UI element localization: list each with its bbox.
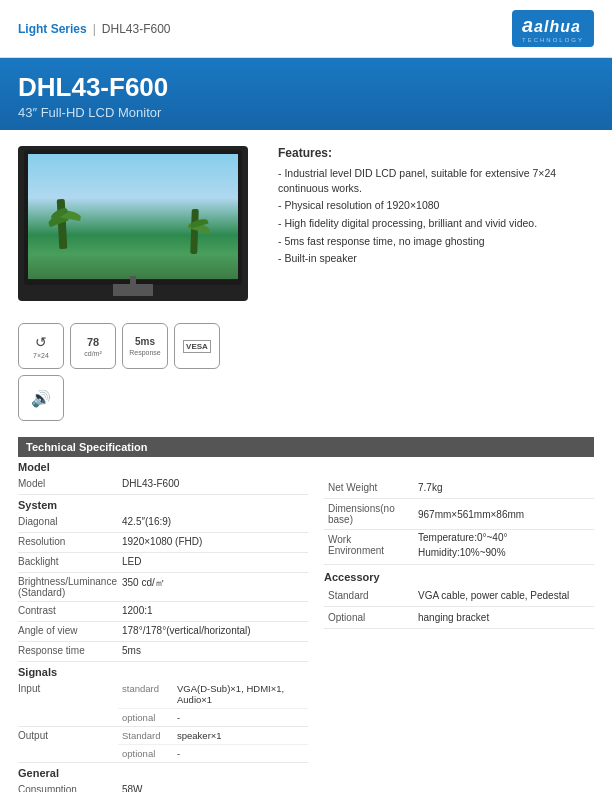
icons-row: ↺ 7×24 78 cd/m² 5ms Response VESA 🔊 [18,323,258,421]
label-dimensions: Dimensions(no base) [324,499,414,529]
right-spec-row-standard: Standard VGA cable, power cable, Pedesta… [324,585,594,607]
spec-row-resolution: Resolution 1920×1080 (FHD) [18,533,308,553]
label-output: Output [18,727,118,762]
tv-stand [113,284,153,296]
signal-sub-col-output: Standard speaker×1 optional - [118,727,308,762]
logo-box: aalhua TECHNOLOGY [512,10,594,47]
logo-alhua: aalhua [522,14,581,37]
signal-block-output: Output Standard speaker×1 optional - [18,727,308,763]
label-consumption-std: Consumption (Standard) [18,781,118,792]
spec-row-brightness: Brightness/Luminance (Standard) 350 cd/㎡ [18,573,308,602]
value-net-weight: 7.7kg [414,478,594,497]
response-icon: 5ms [135,336,155,347]
value-accessory-standard: VGA cable, power cable, Pedestal [414,586,594,605]
spec-row-model: Model DHL43-F600 [18,475,308,495]
header-divider: | [93,22,96,36]
right-spec-row-dimensions: Dimensions(no base) 967mm×561mm×86mm [324,499,594,530]
right-spec-work-env: Work Environment Temperature:0°~40° Humi… [324,530,594,565]
signal-block-input: Input standard VGA(D-Sub)×1, HDMI×1, Aud… [18,680,308,727]
spec-row-backlight: Backlight LED [18,553,308,573]
feature-item-5: - Built-in speaker [278,251,594,266]
signal-sub-row-output-optional: optional - [118,745,308,762]
spec-section: Technical Specification Model Model DHL4… [0,437,612,792]
value-response: 5ms [118,642,308,661]
label-contrast: Contrast [18,602,118,621]
label-diagonal: Diagonal [18,513,118,532]
signal-sub-row-output-standard: Standard speaker×1 [118,727,308,745]
label-backlight: Backlight [18,553,118,572]
hero-title: DHL43-F600 [18,72,594,103]
value-input-optional: - [173,709,308,726]
section-title-model: Model [18,457,308,475]
label-input: Input [18,680,118,726]
value-dimensions: 967mm×561mm×86mm [414,505,594,524]
label-brightness: Brightness/Luminance (Standard) [18,573,118,601]
value-brightness: 350 cd/㎡ [118,573,308,601]
speaker-icon: 🔊 [31,389,51,408]
spec-row-consumption-std: Consumption (Standard) 58W [18,781,308,792]
icon-badge-7x24: ↺ 7×24 [18,323,64,369]
label-response: Response time [18,642,118,661]
header-model-code: DHL43-F600 [102,22,171,36]
feature-item-1: - Industrial level DID LCD panel, suitab… [278,166,594,195]
spec-row-response: Response time 5ms [18,642,308,662]
signal-row-input: Input standard VGA(D-Sub)×1, HDMI×1, Aud… [18,680,308,726]
spec-columns: Model Model DHL43-F600 System Diagonal 4… [18,457,594,792]
main-content: ↺ 7×24 78 cd/m² 5ms Response VESA 🔊 [0,130,612,437]
label-output-optional: optional [118,745,173,762]
rotate-icon: ↺ [35,334,47,350]
label-accessory-standard: Standard [324,586,414,605]
feature-item-3: - High fidelity digital processing, bril… [278,216,594,231]
value-backlight: LED [118,553,308,572]
label-input-optional: optional [118,709,173,726]
logo-text: alhua [534,18,581,35]
right-spec-row-optional: Optional hanging bracket [324,607,594,629]
feature-item-2: - Physical resolution of 1920×1080 [278,198,594,213]
value-model: DHL43-F600 [118,475,308,494]
spec-row-diagonal: Diagonal 42.5″(16:9) [18,513,308,533]
right-spec-row-work-env-label: Work Environment Temperature:0°~40° Humi… [324,530,594,560]
product-image [18,146,248,301]
icon-badge-5ms: 5ms Response [122,323,168,369]
label-output-standard: Standard [118,727,173,744]
series-label: Light Series [18,22,87,36]
header-left: Light Series | DHL43-F600 [18,22,171,36]
features-list: - Industrial level DID LCD panel, suitab… [278,166,594,266]
section-title-system: System [18,495,308,513]
accessory-title: Accessory [324,565,594,585]
label-accessory-optional: Optional [324,608,414,627]
value-output-standard: speaker×1 [173,727,308,744]
value-input-standard: VGA(D-Sub)×1, HDMI×1, Audio×1 [173,680,308,708]
signal-sub-col-input: standard VGA(D-Sub)×1, HDMI×1, Audio×1 o… [118,680,308,726]
signal-row-output: Output Standard speaker×1 optional - [18,727,308,762]
label-resolution: Resolution [18,533,118,552]
spec-row-contrast: Contrast 1200:1 [18,602,308,622]
logo-technology: TECHNOLOGY [522,37,584,43]
spec-right: Net Weight 7.7kg Dimensions(no base) 967… [324,457,594,792]
value-consumption-std: 58W [118,781,308,792]
value-humidity: Humidity:10%~90% [414,545,594,560]
spec-table-header: Technical Specification [18,437,594,457]
value-diagonal: 42.5″(16:9) [118,513,308,532]
hero-subtitle: 43″ Full-HD LCD Monitor [18,105,594,120]
icon-badge-speaker: 🔊 [18,375,64,421]
brightness-icon: 78 [87,336,99,348]
feature-item-4: - 5ms fast response time, no image ghost… [278,234,594,249]
label-work-env: Work Environment [324,530,414,560]
spec-row-angle: Angle of view 178°/178°(vertical/horizon… [18,622,308,642]
logo-container: aalhua TECHNOLOGY [512,10,594,47]
right-column: Features: - Industrial level DID LCD pan… [278,146,594,421]
hero-section: DHL43-F600 43″ Full-HD LCD Monitor [0,58,612,130]
section-title-general: General [18,763,308,781]
value-resolution: 1920×1080 (FHD) [118,533,308,552]
vesa-icon: VESA [183,340,211,353]
icon-badge-vesa: VESA [174,323,220,369]
top-header: Light Series | DHL43-F600 aalhua TECHNOL… [0,0,612,58]
tv-screen [28,154,238,279]
value-angle: 178°/178°(vertical/horizontal) [118,622,308,641]
section-title-signals: Signals [18,662,308,680]
value-accessory-optional: hanging bracket [414,608,594,627]
value-output-optional: - [173,745,308,762]
value-temp: Temperature:0°~40° [414,530,594,545]
icon-badge-brightness: 78 cd/m² [70,323,116,369]
